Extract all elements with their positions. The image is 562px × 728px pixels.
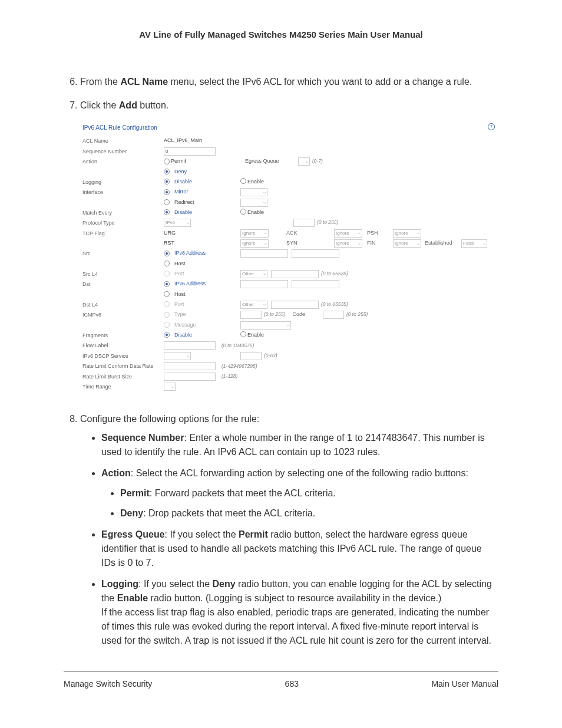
input-icmp-type[interactable]: [240, 311, 262, 319]
bullet-logging-p2: If the access list trap flag is also ena…: [101, 605, 498, 648]
radio-deny[interactable]: [164, 169, 170, 174]
opt-dst-ipv6: IPv6 Address: [174, 280, 206, 288]
action-subbullets: Permit: Forward packets that meet the AC…: [101, 486, 498, 521]
radio-src-host[interactable]: [164, 261, 170, 266]
radio-frag-disable[interactable]: [164, 332, 170, 338]
chevron-down-icon: ⌵: [483, 241, 485, 247]
chevron-down-icon: ⌵: [287, 322, 289, 328]
chevron-down-icon: ⌵: [187, 220, 189, 226]
select-srcl4-other[interactable]: Other⌵: [240, 270, 267, 278]
label-dstl4: Dst L4: [82, 301, 164, 309]
hint-protocol: (0 to 255): [317, 219, 338, 226]
opt-match-disable: Disable: [174, 209, 192, 217]
select-dscp[interactable]: ⌵: [164, 352, 191, 360]
hint-dscp: (0-63): [264, 352, 277, 360]
radio-dst-ipv6[interactable]: [164, 281, 170, 287]
bullet-bold: Egress Queue: [101, 529, 165, 539]
label-fragments: Fragments: [82, 331, 164, 340]
hint-flow: (0 to 1048575): [222, 342, 254, 350]
flag-ack: ACK: [286, 229, 302, 238]
step-text: menu, select the IPv6 ACL for which you …: [168, 77, 472, 87]
bullet-bold: Permit: [239, 529, 268, 539]
input-dst-addr[interactable]: [240, 280, 288, 288]
select-dstl4-other[interactable]: Other⌵: [240, 301, 267, 309]
hint-rate-burst: (1-128): [222, 373, 237, 380]
input-src-addr[interactable]: [240, 249, 288, 258]
radio-icmp-type[interactable]: [164, 312, 170, 318]
input-srcl4[interactable]: [271, 270, 319, 278]
label-egress-queue: Egress Queue: [245, 157, 298, 166]
label-match: Match Every: [82, 209, 164, 218]
step-text: Click the: [80, 100, 119, 110]
radio-dstl4-port[interactable]: [164, 301, 170, 307]
input-src-prefix[interactable]: [292, 249, 339, 258]
help-icon[interactable]: ?: [488, 123, 495, 130]
radio-redirect[interactable]: [164, 199, 170, 205]
select-rst[interactable]: Ignore⌵: [240, 239, 269, 248]
radio-match-disable[interactable]: [164, 209, 170, 215]
bullet-text: : Select the ACL forwarding action by se…: [131, 468, 468, 478]
chevron-down-icon: ⌵: [417, 241, 419, 247]
radio-match-enable[interactable]: [240, 209, 246, 215]
radio-dst-host[interactable]: [164, 291, 170, 297]
opt-mirror: Mirror: [174, 188, 189, 196]
label-protocol: Protocol Type: [82, 219, 164, 228]
input-rate-burst[interactable]: [164, 373, 216, 381]
input-dstl4[interactable]: [271, 301, 319, 309]
select-egress-queue[interactable]: ⌵: [298, 157, 310, 166]
opt-dst-host: Host: [174, 291, 186, 299]
input-protocol[interactable]: [293, 219, 315, 227]
select-urg[interactable]: Ignore⌵: [240, 229, 269, 238]
label-flow: Flow Label: [82, 341, 164, 350]
opt-icmp-type: Type: [174, 311, 186, 319]
radio-icmp-msg[interactable]: [164, 322, 170, 328]
radio-permit[interactable]: [164, 159, 170, 164]
screenshot-title: IPv6 ACL Rule Configuration: [82, 123, 496, 132]
radio-frag-enable[interactable]: [240, 331, 246, 337]
bullet-bold: Deny: [120, 508, 143, 518]
bullet-seq: Sequence Number: Enter a whole number in…: [101, 431, 498, 459]
step-bold: ACL Name: [120, 77, 168, 87]
input-seq[interactable]: 0: [164, 147, 216, 156]
flag-est: Established: [425, 239, 453, 248]
input-icmp-code[interactable]: [323, 311, 344, 319]
page-footer: Manage Switch Security 683 Main User Man…: [64, 671, 498, 689]
select-fin[interactable]: Ignore⌵: [393, 239, 421, 248]
label-icmp-code: Code: [292, 311, 305, 319]
radio-log-disable[interactable]: [164, 179, 170, 185]
select-icmp-msg[interactable]: ⌵: [240, 321, 291, 330]
page-header: AV Line of Fully Managed Switches M4250 …: [64, 29, 498, 39]
input-flow[interactable]: [164, 341, 216, 350]
config-screenshot: IPv6 ACL Rule Configuration ? ACL Name A…: [80, 118, 498, 400]
radio-src-ipv6[interactable]: [164, 251, 170, 256]
chevron-down-icon: ⌵: [358, 241, 361, 247]
radio-mirror[interactable]: [164, 189, 170, 195]
flag-syn: SYN: [286, 239, 302, 248]
input-rate-conform[interactable]: [164, 362, 216, 370]
opt-permit: Permit: [171, 158, 186, 164]
value-acl-name: ACL_IPv6_Main: [164, 137, 202, 145]
select-psh[interactable]: Ignore⌵: [393, 229, 421, 238]
select-protocol[interactable]: IPv6⌵: [164, 219, 191, 227]
bullet-bold: Deny: [213, 579, 236, 589]
footer-right: Main User Manual: [431, 679, 498, 689]
radio-srcl4-port[interactable]: [164, 271, 170, 276]
select-redirect[interactable]: ⌵: [240, 199, 267, 207]
step-6: From the ACL Name menu, select the IPv6 …: [80, 75, 498, 89]
opt-icmp-msg: Message: [174, 321, 196, 330]
select-time-range[interactable]: ⌵: [164, 383, 176, 391]
input-dscp[interactable]: [240, 352, 262, 360]
select-ack[interactable]: Ignore⌵: [334, 229, 362, 238]
bullet-text: : Drop packets that meet the ACL criteri…: [143, 508, 315, 518]
select-est[interactable]: False⌵: [461, 239, 487, 248]
label-acl-name: ACL Name: [82, 137, 164, 146]
label-tcpflag: TCP Flag: [82, 229, 164, 238]
steps-list: From the ACL Name menu, select the IPv6 …: [64, 75, 498, 648]
flag-rst: RST: [164, 239, 174, 248]
select-mirror[interactable]: ⌵: [240, 188, 267, 196]
input-dst-prefix[interactable]: [292, 280, 339, 288]
select-syn[interactable]: Ignore⌵: [334, 239, 362, 248]
bullet-text: : If you select the: [165, 529, 239, 539]
radio-log-enable[interactable]: [240, 178, 246, 184]
label-rate-conform: Rate Limit Conform Data Rate: [82, 362, 164, 371]
